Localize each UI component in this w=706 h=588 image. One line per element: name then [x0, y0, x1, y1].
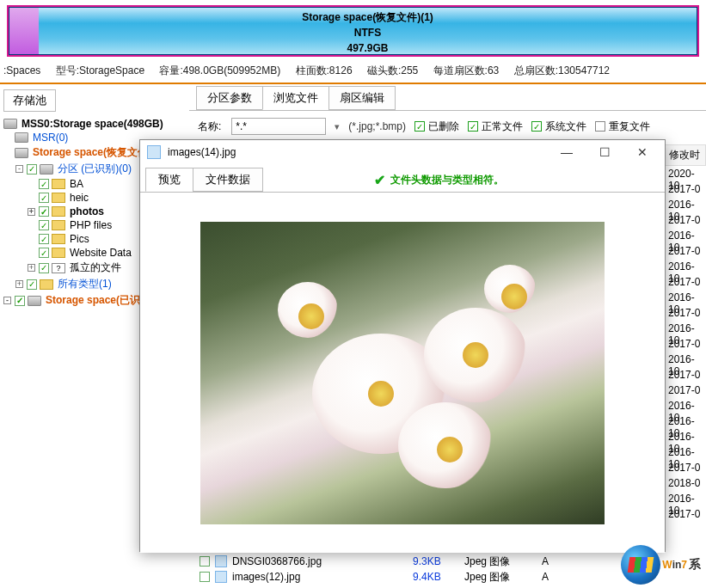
folder-icon: [52, 179, 65, 189]
filter-row: 名称: ▾ (*.jpg;*.bmp) ✓已删除 ✓正常文件 ✓系统文件 ✓重复…: [189, 110, 706, 142]
jpg-icon: [215, 571, 227, 583]
file-attr: A: [542, 571, 561, 583]
chk-system[interactable]: ✓系统文件: [531, 119, 586, 134]
tree-root-device[interactable]: MSS0:Storage space(498GB): [2, 117, 184, 131]
date-cell: 2017-0: [665, 243, 706, 259]
check-icon: ✔: [374, 172, 385, 188]
date-header[interactable]: 修改时: [665, 144, 706, 166]
tab-sector-edit[interactable]: 扇区编辑: [328, 86, 396, 110]
partition-strip: Storage space(恢复文件)(1) NTFS 497.9GB: [0, 0, 706, 60]
date-column: 修改时 2020-102017-02016-102017-02016-10201…: [665, 144, 706, 522]
preview-image: [200, 222, 605, 524]
date-cell: 2017-0: [665, 460, 706, 475]
date-cell: 2018-0: [665, 475, 706, 491]
file-name: images(12).jpg: [232, 571, 413, 583]
tab-browse-files[interactable]: 浏览文件: [262, 86, 329, 110]
partition-box[interactable]: Storage space(恢复文件)(1) NTFS 497.9GB: [7, 5, 699, 57]
jpg-icon: [147, 145, 161, 159]
partition-msr-segment[interactable]: [9, 8, 39, 54]
partition-fs: NTFS: [39, 25, 697, 40]
date-cell: 2017-0: [665, 274, 706, 290]
windows-orb-icon: [621, 545, 660, 585]
partition-info: Storage space(恢复文件)(1) NTFS 497.9GB: [39, 8, 697, 54]
file-type: Jpeg 图像: [464, 554, 542, 569]
date-cell: 2016-10: [665, 398, 706, 413]
status-line: :Spaces 型号:StorageSpace 容量:498.0GB(50995…: [0, 64, 706, 83]
folder-icon: [52, 193, 65, 203]
folder-icon: [52, 220, 65, 230]
date-cell: 2016-10: [665, 321, 706, 336]
main-tabs: 分区参数 浏览文件 扇区编辑: [189, 86, 706, 110]
date-cell: 2016-10: [665, 444, 706, 460]
date-cell: 2016-10: [665, 352, 706, 367]
file-checkbox[interactable]: [200, 556, 210, 567]
preview-body: [140, 192, 665, 553]
dialog-title-text: images(14).jpg: [168, 146, 236, 158]
partition-icon: [28, 296, 41, 306]
date-cell: 2017-0: [665, 305, 706, 321]
partition-icon: [40, 164, 53, 175]
date-cell: 2017-0: [665, 367, 706, 383]
folder-icon: [40, 279, 53, 290]
dlg-tab-filedata[interactable]: 文件数据: [193, 168, 263, 192]
folder-icon: [52, 248, 65, 258]
date-cell: 2017-0: [665, 336, 706, 352]
date-cell: 2016-10: [665, 228, 706, 243]
date-cell: 2017-0: [665, 383, 706, 398]
dlg-tab-preview[interactable]: 预览: [145, 168, 193, 192]
date-cell: 2017-0: [665, 506, 706, 522]
disk-icon: [3, 119, 17, 129]
storage-tab[interactable]: 存储池: [3, 89, 56, 112]
date-cell: 2016-10: [665, 429, 706, 444]
partition-icon: [15, 132, 28, 143]
maximize-button[interactable]: ☐: [586, 140, 623, 164]
partition-title: Storage space(恢复文件)(1): [39, 9, 697, 25]
watermark: Win7系: [621, 545, 701, 585]
date-cell: 2020-10: [665, 166, 706, 181]
question-icon: ?: [52, 263, 65, 273]
chk-normal[interactable]: ✓正常文件: [468, 119, 523, 134]
match-status: ✔文件头数据与类型相符。: [262, 168, 665, 192]
date-cell: 2017-0: [665, 181, 706, 197]
minimize-button[interactable]: —: [548, 140, 586, 164]
chk-recover[interactable]: ✓重复文件: [595, 119, 650, 134]
file-name: DNSGI0368766.jpg: [232, 555, 413, 567]
name-filter-input[interactable]: [231, 118, 326, 135]
folder-icon: [52, 234, 65, 244]
close-button[interactable]: ✕: [623, 140, 661, 164]
partition-icon: [15, 148, 28, 158]
chk-deleted[interactable]: ✓已删除: [414, 119, 459, 134]
date-cell: 2016-10: [665, 491, 706, 506]
partition-size: 497.9GB: [39, 40, 697, 56]
tab-partition-params[interactable]: 分区参数: [196, 86, 263, 110]
date-cell: 2016-10: [665, 290, 706, 305]
folder-icon: [52, 206, 65, 217]
preview-dialog: images(14).jpg — ☐ ✕ 预览 文件数据 ✔文件头数据与类型相符…: [139, 139, 666, 552]
date-cell: 2016-10: [665, 259, 706, 274]
jpg-icon: [215, 555, 227, 567]
file-checkbox[interactable]: [200, 572, 210, 582]
filter-extensions: (*.jpg;*.bmp): [348, 120, 406, 132]
file-size: 9.4KB: [413, 571, 464, 583]
date-cell: 2016-10: [665, 413, 706, 429]
file-type: Jpeg 图像: [464, 570, 542, 585]
date-cell: 2016-10: [665, 197, 706, 212]
date-cell: 2017-0: [665, 212, 706, 228]
dropdown-icon[interactable]: ▾: [335, 121, 340, 132]
name-label: 名称:: [198, 119, 221, 134]
dialog-titlebar[interactable]: images(14).jpg — ☐ ✕: [140, 140, 665, 164]
file-size: 9.3KB: [413, 555, 464, 567]
file-attr: A: [542, 555, 561, 567]
